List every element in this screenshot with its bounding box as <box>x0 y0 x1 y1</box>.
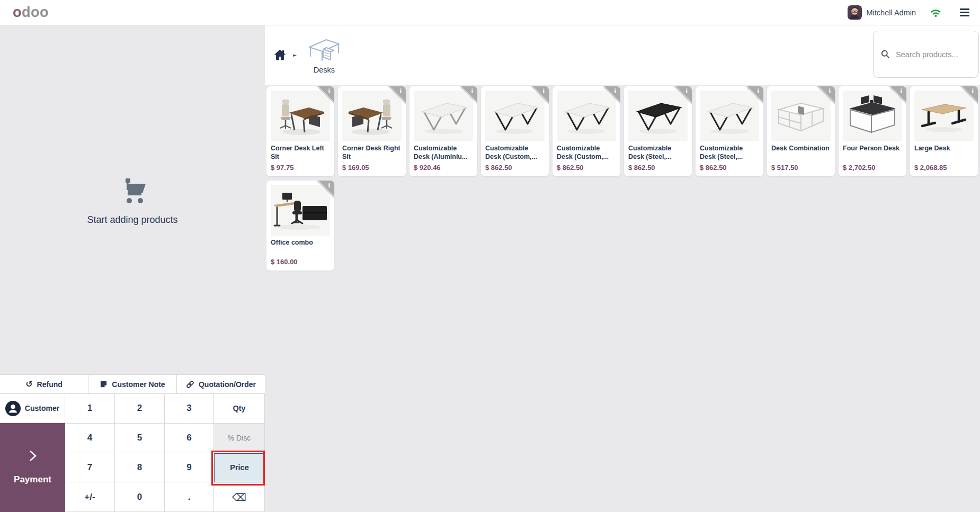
product-card[interactable]: i Customizable Desk (Custom,... $ 862.50 <box>553 86 620 176</box>
numpad-key-9[interactable]: 9 <box>165 453 214 483</box>
wifi-status-icon[interactable] <box>930 8 942 17</box>
info-glyph: i <box>471 87 473 95</box>
product-info-icon[interactable]: i <box>745 86 763 104</box>
product-card[interactable]: i Customizable Desk (Steel,... $ 862.50 <box>624 86 692 176</box>
breadcrumb-arrow-icon: ► <box>293 52 297 58</box>
customer-note-button[interactable]: Customer Note <box>88 375 177 393</box>
product-price: $ 2,702.50 <box>843 164 875 172</box>
order-panel: Start adding products ↺ Refund Customer … <box>0 25 265 512</box>
numpad-backspace-key[interactable]: ⌫ <box>214 482 265 512</box>
quotation-order-button[interactable]: Quotation/Order <box>177 375 265 393</box>
product-card[interactable]: i Office combo $ 160.00 <box>266 181 334 271</box>
info-glyph: i <box>972 87 974 95</box>
search-box <box>873 31 979 78</box>
category-desks[interactable]: Desks <box>302 35 346 74</box>
product-info-icon[interactable]: i <box>602 86 620 104</box>
product-price: $ 862.50 <box>485 164 512 172</box>
customer-button[interactable]: Customer <box>0 394 65 423</box>
customer-note-label: Customer Note <box>112 380 165 389</box>
search-input[interactable] <box>895 50 976 59</box>
product-name: Corner Desk Right Sit <box>342 144 402 161</box>
numpad-key-plus-minus[interactable]: +/- <box>65 482 115 512</box>
numpad-key-7[interactable]: 7 <box>65 453 115 483</box>
product-name: Desk Combination <box>771 144 831 152</box>
hamburger-menu-icon[interactable] <box>958 6 972 19</box>
product-name: Customizable Desk (Aluminiu... <box>414 144 473 161</box>
product-name: Corner Desk Left Sit <box>271 144 330 161</box>
info-glyph: i <box>828 87 831 95</box>
info-glyph: i <box>900 87 902 95</box>
products-header: ► Desks <box>265 25 980 85</box>
numpad-grid: 1 2 3 Qty 4 5 6 % Disc 7 8 9 Price +/- 0… <box>65 394 265 512</box>
numpad-mode-qty[interactable]: Qty <box>214 394 265 424</box>
numpad-key-1[interactable]: 1 <box>65 394 115 424</box>
numpad-key-2[interactable]: 2 <box>115 394 165 424</box>
numpad-key-0[interactable]: 0 <box>115 482 165 512</box>
product-info-icon[interactable]: i <box>674 86 692 104</box>
search-icon <box>881 50 890 59</box>
refund-icon: ↺ <box>25 380 32 389</box>
product-name: Customizable Desk (Steel,... <box>700 144 759 161</box>
numpad-area: Customer Payment 1 2 3 Qty 4 5 6 % Disc … <box>0 394 265 512</box>
payment-label: Payment <box>14 474 51 485</box>
odoo-logo: odoo <box>13 5 49 20</box>
product-card[interactable]: i Customizable Desk (Aluminiu... $ 920.4… <box>409 86 477 176</box>
shopping-cart-icon <box>115 177 150 206</box>
product-info-icon[interactable]: i <box>817 86 835 104</box>
info-glyph: i <box>542 87 545 95</box>
numpad-mode-discount[interactable]: % Disc <box>214 424 265 453</box>
product-name: Office combo <box>271 238 330 247</box>
product-card[interactable]: i Customizable Desk (Steel,... $ 862.50 <box>696 86 763 176</box>
chevron-right-icon <box>29 450 37 462</box>
empty-cart-message: Start adding products <box>0 214 265 226</box>
product-price: $ 2,068.85 <box>914 164 947 172</box>
numpad-key-decimal[interactable]: . <box>165 482 214 512</box>
home-icon <box>273 49 287 61</box>
numpad-mode-price[interactable]: Price <box>214 453 265 483</box>
product-name: Customizable Desk (Custom,... <box>557 144 616 161</box>
product-info-icon[interactable]: i <box>960 86 978 104</box>
order-actions-row: ↺ Refund Customer Note Quotation/Order <box>0 374 265 394</box>
numpad-key-3[interactable]: 3 <box>165 394 214 424</box>
info-glyph: i <box>399 87 402 95</box>
odoo-logo-doo: doo <box>22 4 49 20</box>
category-label: Desks <box>314 66 335 74</box>
user-avatar[interactable] <box>848 5 862 20</box>
product-name: Four Person Desk <box>843 144 902 152</box>
odoo-logo-o: o <box>13 4 22 20</box>
numpad-key-6[interactable]: 6 <box>165 424 214 453</box>
product-card[interactable]: i Corner Desk Left Sit $ 97.75 <box>266 86 334 176</box>
numpad-key-8[interactable]: 8 <box>115 453 165 483</box>
payment-button[interactable]: Payment <box>0 423 65 512</box>
product-price: $ 160.00 <box>271 258 298 266</box>
customer-icon <box>5 401 21 416</box>
info-glyph: i <box>328 87 330 95</box>
product-price: $ 517.50 <box>771 164 798 172</box>
product-price: $ 862.50 <box>557 164 584 172</box>
user-name[interactable]: Mitchell Admin <box>867 8 916 17</box>
customer-label: Customer <box>25 404 59 412</box>
info-glyph: i <box>614 87 616 95</box>
product-info-icon[interactable]: i <box>388 86 406 104</box>
product-card[interactable]: i Desk Combination $ 517.50 <box>767 86 835 176</box>
quotation-order-label: Quotation/Order <box>199 380 256 389</box>
product-price: $ 862.50 <box>700 164 727 172</box>
product-card[interactable]: i Corner Desk Right Sit $ 169.05 <box>338 86 406 176</box>
product-card[interactable]: i Large Desk $ 2,068.85 <box>910 86 978 176</box>
product-name: Customizable Desk (Custom,... <box>485 144 545 161</box>
product-info-icon[interactable]: i <box>316 181 334 199</box>
product-info-icon[interactable]: i <box>316 86 334 104</box>
product-info-icon[interactable]: i <box>888 86 906 104</box>
info-glyph: i <box>328 181 330 190</box>
numpad-key-5[interactable]: 5 <box>115 424 165 453</box>
product-card[interactable]: i Customizable Desk (Custom,... $ 862.50 <box>481 86 549 176</box>
product-info-icon[interactable]: i <box>459 86 477 104</box>
home-category-button[interactable] <box>271 47 289 63</box>
numpad-key-4[interactable]: 4 <box>65 424 115 453</box>
note-icon <box>100 380 108 388</box>
product-card[interactable]: i Four Person Desk $ 2,702.50 <box>839 86 906 176</box>
refund-button[interactable]: ↺ Refund <box>0 375 88 393</box>
topbar-right: Mitchell Admin <box>848 0 980 25</box>
product-info-icon[interactable]: i <box>531 86 549 104</box>
refund-label: Refund <box>37 380 63 389</box>
